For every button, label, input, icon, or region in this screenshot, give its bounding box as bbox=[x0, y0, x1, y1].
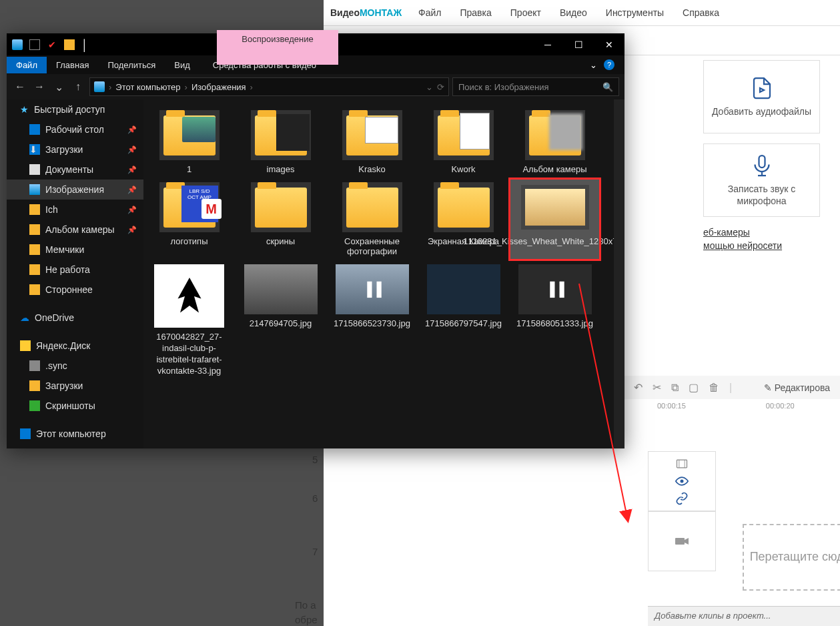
sidebar-downloads[interactable]: ⬇Загрузки📌 bbox=[7, 139, 143, 160]
camera-icon bbox=[674, 533, 690, 549]
folder-item[interactable]: скрины bbox=[235, 178, 326, 260]
sidebar-sync[interactable]: .sync bbox=[7, 356, 143, 376]
back-button[interactable]: ← bbox=[12, 79, 28, 95]
camera-track-head[interactable] bbox=[648, 511, 716, 571]
page-num: 7 bbox=[312, 546, 318, 557]
file-list[interactable]: 1 images Krasko Kwork Альбом камеры LBR … bbox=[143, 99, 624, 448]
crumb-root[interactable]: Этот компьютер bbox=[115, 82, 180, 92]
vm-logo: ВидеоМОНТАЖ bbox=[330, 7, 402, 18]
crumb-folder[interactable]: Изображения bbox=[191, 82, 246, 92]
svg-point-3 bbox=[681, 480, 684, 483]
qa-folder-icon[interactable] bbox=[64, 39, 75, 50]
menu-project[interactable]: Проект bbox=[510, 7, 541, 18]
qa-icon[interactable] bbox=[29, 39, 40, 50]
folder-item[interactable]: images bbox=[235, 106, 326, 178]
image-file[interactable]: ▐▐1715868051333.jpg bbox=[509, 260, 600, 381]
file-name: Krasko bbox=[358, 164, 385, 174]
search-box[interactable]: Поиск в: Изображения 🔍 bbox=[452, 77, 619, 96]
ribbon-expand[interactable]: ⌄ ? bbox=[580, 56, 624, 73]
help-icon[interactable]: ? bbox=[604, 59, 614, 70]
folder-item[interactable]: Экранная Камера bbox=[418, 178, 509, 260]
sidebar-camera[interactable]: Альбом камеры📌 bbox=[7, 220, 143, 240]
refresh-icon[interactable]: ⟳ bbox=[437, 82, 444, 92]
folder-item[interactable]: Kwork bbox=[418, 106, 509, 178]
svg-rect-1 bbox=[759, 155, 765, 168]
file-name: 1 bbox=[187, 164, 191, 174]
image-file[interactable]: ▐▐1715866523730.jpg bbox=[326, 260, 418, 381]
link-ai[interactable]: мощью нейросети bbox=[703, 240, 820, 251]
svg-rect-2 bbox=[677, 460, 687, 468]
link-webcam[interactable]: еб-камеры bbox=[703, 227, 820, 238]
film-icon bbox=[675, 457, 689, 471]
close-button[interactable]: ✕ bbox=[594, 34, 624, 55]
menu-video[interactable]: Видео bbox=[560, 7, 587, 18]
delete-icon[interactable]: 🗑 bbox=[709, 382, 719, 394]
quick-access-toolbar: ✔ │ bbox=[7, 39, 97, 50]
paste-icon[interactable]: ▢ bbox=[689, 381, 699, 394]
sidebar-ich[interactable]: Ich📌 bbox=[7, 200, 143, 220]
chevron-down-icon: ⌄ bbox=[590, 60, 597, 70]
timeline-ruler[interactable]: 00:00:15 00:00:20 bbox=[624, 399, 840, 419]
audio-file-icon bbox=[750, 76, 774, 100]
sidebar-onedrive[interactable]: ☁ OneDrive bbox=[7, 308, 143, 328]
menu-help[interactable]: Справка bbox=[683, 7, 719, 18]
image-file[interactable]: 2147694705.jpg bbox=[235, 260, 326, 381]
forward-button[interactable]: → bbox=[31, 79, 47, 95]
chevron-right-icon: › bbox=[109, 82, 111, 92]
quick-access[interactable]: ★ Быстрый доступ bbox=[7, 99, 143, 119]
ribbon-file[interactable]: Файл bbox=[7, 57, 47, 73]
scrollbar[interactable] bbox=[614, 99, 624, 448]
edit-button[interactable]: ✎ Редактирова bbox=[764, 382, 830, 393]
breadcrumb[interactable]: › Этот компьютер › Изображения › ⌄ ⟳ bbox=[89, 77, 449, 96]
copy-icon[interactable]: ⧉ bbox=[671, 382, 679, 394]
image-file[interactable]: 1715866797547.jpg bbox=[418, 260, 509, 381]
folder-item[interactable]: 1 bbox=[143, 106, 235, 178]
folder-item[interactable]: LBR S/D OCT AMPMлоготипы bbox=[143, 178, 235, 260]
playback-tools-tab[interactable]: Воспроизведение bbox=[217, 30, 338, 65]
undo-icon[interactable]: ↶ bbox=[634, 381, 643, 394]
menu-tools[interactable]: Инструменты bbox=[606, 7, 664, 18]
file-name: 1715868051333.jpg bbox=[516, 318, 593, 328]
record-mic-button[interactable]: Записать звук с микрофона bbox=[703, 143, 820, 217]
ribbon-home[interactable]: Главная bbox=[47, 57, 98, 73]
video-file-selected[interactable]: 1110231_Kisses_Wheat_White_1280x720.mp4 bbox=[509, 178, 600, 260]
vm-titlebar: ВидеоМОНТАЖ Файл Правка Проект Видео Инс… bbox=[324, 0, 840, 25]
qa-check-icon[interactable]: ✔ bbox=[47, 39, 57, 50]
menu-edit[interactable]: Правка bbox=[460, 7, 491, 18]
folder-item[interactable]: Сохраненные фотографии bbox=[326, 178, 418, 260]
folder-item[interactable]: Krasko bbox=[326, 106, 418, 178]
sidebar-screenshots[interactable]: Скриншоты bbox=[7, 396, 143, 416]
cut-icon[interactable]: ✂ bbox=[653, 381, 661, 394]
file-name: 1715866797547.jpg bbox=[425, 318, 502, 328]
sidebar-downloads2[interactable]: Загрузки bbox=[7, 376, 143, 396]
up-button[interactable]: ↑ bbox=[70, 79, 86, 95]
file-name: 1110231_Kisses_Wheat_White_1280x720.mp4 bbox=[463, 236, 624, 248]
recent-dropdown[interactable]: ⌄ bbox=[51, 79, 67, 95]
menu-file[interactable]: Файл bbox=[418, 7, 441, 18]
video-track-head[interactable] bbox=[648, 451, 716, 511]
time-mark: 00:00:20 bbox=[766, 402, 795, 416]
add-audio-button[interactable]: Добавить аудиофайлы bbox=[703, 60, 820, 133]
minimize-button[interactable]: ─ bbox=[532, 34, 563, 55]
truncated-text: По а bbox=[295, 599, 316, 611]
sidebar-notwork[interactable]: Не работа bbox=[7, 260, 143, 280]
file-name: скрины bbox=[266, 236, 295, 246]
image-file[interactable]: 1670042827_27-indasil-club-p-istrebitel-… bbox=[143, 260, 235, 381]
maximize-button[interactable]: ☐ bbox=[563, 34, 594, 55]
vm-toolbar: ↶ ✂ ⧉ ▢ 🗑 | ✎ Редактирова bbox=[624, 376, 840, 399]
ribbon-share[interactable]: Поделиться bbox=[98, 57, 165, 73]
sidebar-thispc[interactable]: Этот компьютер bbox=[7, 424, 143, 444]
sidebar-desktop[interactable]: Рабочий стол📌 bbox=[7, 119, 143, 139]
separator: │ bbox=[81, 39, 92, 50]
sidebar-pictures[interactable]: Изображения📌 bbox=[7, 180, 143, 200]
chevron-down-icon[interactable]: ⌄ bbox=[426, 82, 433, 92]
sidebar-thirdparty[interactable]: Стороннее bbox=[7, 280, 143, 300]
sidebar-memes[interactable]: Мемчики bbox=[7, 240, 143, 260]
folder-item[interactable]: Альбом камеры bbox=[509, 106, 600, 178]
nav-pane[interactable]: ★ Быстрый доступ Рабочий стол📌 ⬇Загрузки… bbox=[7, 99, 143, 448]
sidebar-documents[interactable]: Документы📌 bbox=[7, 160, 143, 180]
ribbon-view[interactable]: Вид bbox=[165, 57, 199, 73]
drop-zone[interactable]: Перетащите сюда видео и фото bbox=[743, 524, 840, 591]
sidebar-yandex[interactable]: Яндекс.Диск bbox=[7, 336, 143, 356]
separator: | bbox=[729, 382, 732, 394]
